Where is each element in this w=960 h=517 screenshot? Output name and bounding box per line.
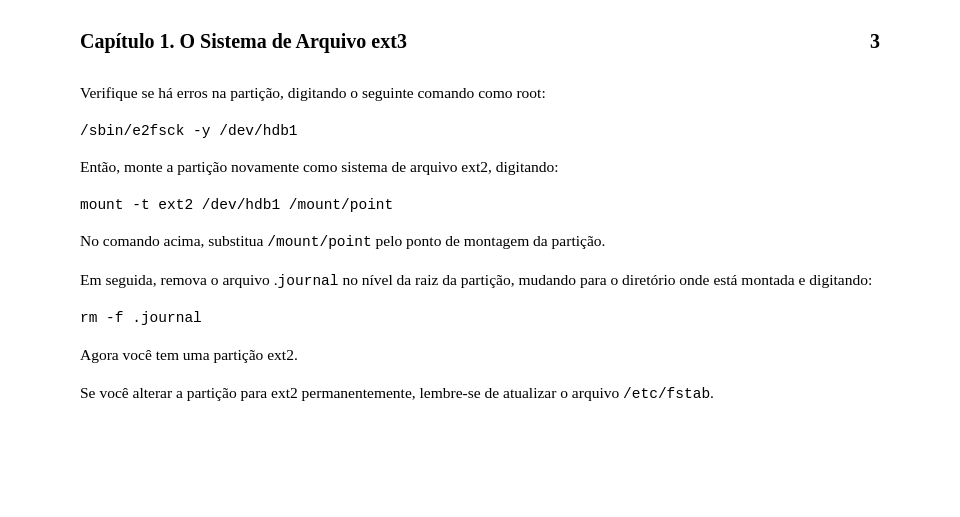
page-number: 3 bbox=[870, 30, 880, 53]
main-content: Verifique se há erros na partição, digit… bbox=[80, 81, 880, 407]
inline-code-mount-point: /mount/point bbox=[267, 234, 371, 250]
code-block-2: mount -t ext2 /dev/hdb1 /mount/point bbox=[80, 194, 880, 217]
code-block-3: rm -f .journal bbox=[80, 307, 880, 330]
code-mount-point: /mount/point bbox=[289, 197, 393, 213]
code-block-1: /sbin/e2fsck -y /dev/hdb1 bbox=[80, 120, 880, 143]
paragraph-3: No comando acima, substitua /mount/point… bbox=[80, 229, 880, 254]
page-header: Capítulo 1. O Sistema de Arquivo ext3 3 bbox=[80, 30, 880, 53]
paragraph-5: Agora você tem uma partição ext2. bbox=[80, 343, 880, 368]
paragraph-4: Em seguida, remova o arquivo .journal no… bbox=[80, 268, 880, 293]
chapter-title: Capítulo 1. O Sistema de Arquivo ext3 bbox=[80, 30, 407, 53]
paragraph-2: Então, monte a partição novamente como s… bbox=[80, 155, 880, 180]
paragraph-6: Se você alterar a partição para ext2 per… bbox=[80, 381, 880, 406]
inline-code-fstab: /etc/fstab bbox=[623, 386, 710, 402]
inline-code-journal: journal bbox=[278, 273, 339, 289]
intro-paragraph: Verifique se há erros na partição, digit… bbox=[80, 81, 880, 106]
